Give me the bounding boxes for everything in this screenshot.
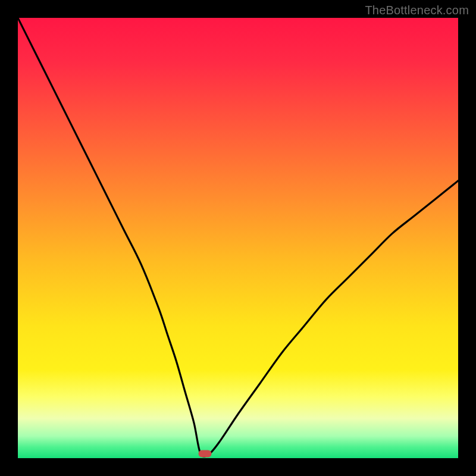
minimum-marker-icon	[199, 450, 212, 458]
plot-area	[18, 18, 458, 458]
curve-layer-svg	[18, 18, 458, 458]
watermark-text: TheBottleneck.com	[365, 4, 469, 17]
bottleneck-curve	[18, 18, 458, 456]
image-frame: TheBottleneck.com	[0, 0, 476, 476]
